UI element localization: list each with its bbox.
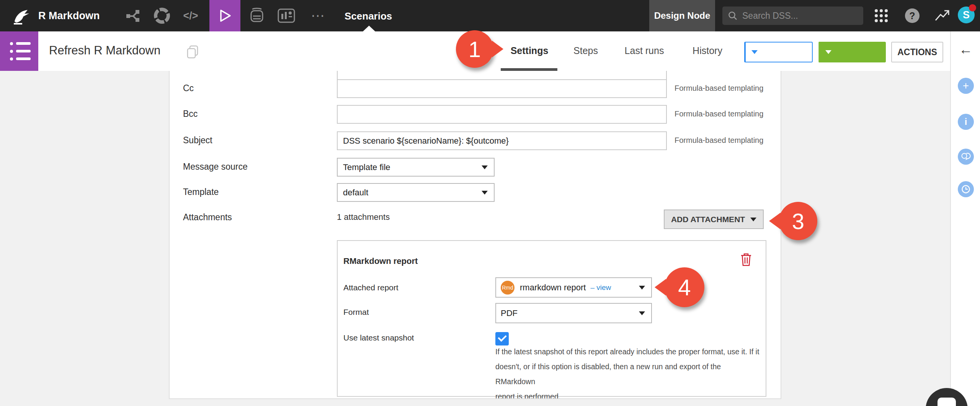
use-latest-snapshot-label: Use latest snapshot — [343, 333, 414, 342]
template-label: Template — [183, 187, 219, 197]
message-source-value: Template file — [343, 162, 390, 172]
search-input[interactable] — [742, 10, 858, 21]
chat-bubbles-icon — [961, 152, 971, 161]
bcc-input[interactable] — [337, 105, 667, 124]
right-rail: ← + i — [950, 31, 980, 406]
message-source-select[interactable]: Template file — [337, 158, 495, 177]
tab-history[interactable]: History — [684, 45, 730, 56]
format-label: Format — [343, 308, 369, 317]
attachments-label: Attachments — [183, 212, 232, 223]
activity-icon[interactable] — [933, 0, 951, 31]
cc-formula-hint: Formula-based templating — [675, 84, 763, 93]
run-dropdown-button[interactable] — [818, 42, 838, 62]
cc-input[interactable] — [337, 79, 667, 98]
add-attachment-label: ADD ATTACHMENT — [671, 215, 745, 224]
discussions-rail-button[interactable] — [958, 149, 974, 165]
run-button[interactable]: RUN — [818, 42, 886, 62]
more-menu-icon[interactable]: ⋯ — [308, 0, 327, 31]
template-value: default — [343, 188, 368, 198]
apps-grid-icon[interactable] — [873, 0, 889, 31]
attached-report-label: Attached report — [343, 283, 399, 292]
collapse-panel-arrow-icon[interactable]: ← — [951, 41, 980, 57]
use-latest-snapshot-checkbox[interactable] — [495, 332, 509, 345]
copy-icon[interactable] — [186, 45, 199, 59]
subject-input[interactable] — [337, 131, 667, 150]
format-value: PDF — [501, 308, 518, 318]
notebook-icon[interactable] — [247, 0, 266, 31]
message-source-label: Message source — [183, 162, 248, 172]
bcc-label: Bcc — [183, 109, 198, 119]
rmd-report-icon: Rmd — [501, 281, 514, 295]
add-attachment-button[interactable]: ADD ATTACHMENT — [664, 210, 764, 229]
code-icon[interactable]: </> — [181, 0, 200, 31]
jobs-active-tab[interactable] — [209, 0, 240, 31]
help-button[interactable]: ? — [904, 0, 920, 31]
save-dropdown-button[interactable] — [745, 43, 763, 62]
reporter-settings-panel: Cc Formula-based templating Bcc Formula-… — [169, 71, 781, 399]
attached-report-select[interactable]: Rmd rmarkdown report – view — [495, 277, 652, 298]
chat-bubble-icon — [938, 398, 956, 406]
subject-label: Subject — [183, 135, 212, 146]
tab-settings[interactable]: Settings — [502, 45, 557, 56]
dss-search-box[interactable] — [722, 7, 863, 25]
design-node-chip[interactable]: Design Node — [649, 0, 715, 31]
lab-icon[interactable] — [153, 0, 171, 31]
settings-content-area: Cc Formula-based templating Bcc Formula-… — [0, 71, 950, 406]
clock-icon — [961, 184, 971, 194]
play-outline-icon — [217, 8, 233, 24]
chevron-down-icon — [482, 191, 488, 195]
chevron-down-icon — [639, 311, 645, 315]
add-rail-button[interactable]: + — [958, 78, 974, 94]
flow-icon[interactable] — [124, 0, 142, 31]
annotation-balloon-1: 1 — [456, 30, 493, 68]
attachments-count: 1 attachments — [337, 212, 390, 222]
current-page-pointer — [363, 26, 375, 31]
list-icon — [10, 42, 38, 45]
tab-last-runs[interactable]: Last runs — [617, 45, 671, 56]
attached-report-value: rmarkdown report — [520, 283, 586, 293]
info-rail-button[interactable]: i — [958, 114, 974, 130]
top-nav-bar: R Markdown </> ⋯ — [0, 0, 980, 31]
subject-formula-hint: Formula-based templating — [675, 136, 763, 145]
format-select[interactable]: PDF — [495, 303, 652, 323]
bird-icon — [11, 6, 31, 25]
save-button[interactable]: SAVE — [744, 42, 813, 62]
trash-icon[interactable] — [740, 253, 752, 266]
info-icon: i — [965, 116, 967, 127]
bcc-formula-hint: Formula-based templating — [675, 110, 763, 118]
annotation-balloon-4: 4 — [665, 267, 704, 307]
active-tab-underline — [501, 68, 557, 71]
chevron-down-icon — [750, 218, 756, 221]
page-title-scenarios: Scenarios — [345, 10, 392, 22]
chevron-down-icon — [482, 165, 488, 169]
tab-steps[interactable]: Steps — [567, 45, 605, 56]
attachment-title: RMarkdown report — [343, 256, 418, 266]
cc-label: Cc — [183, 83, 194, 93]
template-select[interactable]: default — [337, 183, 495, 202]
chevron-down-icon — [639, 286, 645, 290]
history-rail-button[interactable] — [958, 181, 974, 197]
view-report-link[interactable]: – view — [590, 283, 611, 292]
question-icon: ? — [905, 8, 920, 23]
scenario-title: Refresh R Markdown — [49, 44, 160, 57]
scenario-header: Refresh R Markdown Settings Steps Last r… — [0, 31, 950, 72]
user-avatar[interactable]: S — [958, 7, 975, 23]
snapshot-help-text: If the latest snapshot of this report al… — [495, 344, 760, 399]
search-icon — [728, 11, 738, 21]
scenario-list-tile[interactable] — [0, 31, 38, 71]
dataiku-logo[interactable] — [10, 0, 32, 31]
attachment-card: RMarkdown report Attached report Rmd rma… — [337, 240, 766, 397]
annotation-balloon-3: 3 — [779, 202, 817, 240]
plus-icon: + — [963, 80, 969, 92]
actions-button[interactable]: ACTIONS — [891, 42, 943, 62]
dashboard-icon[interactable] — [276, 0, 297, 31]
project-name[interactable]: R Markdown — [38, 10, 100, 22]
